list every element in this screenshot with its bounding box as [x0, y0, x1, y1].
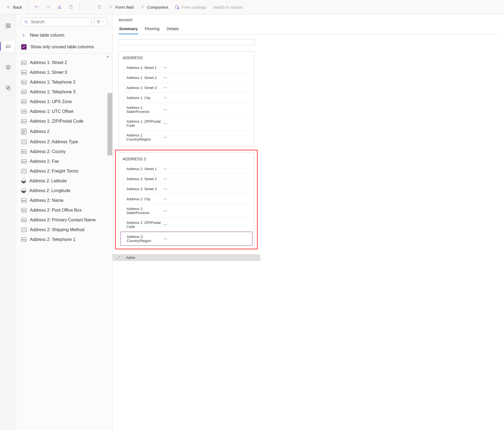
column-item[interactable]: AbcAddress 1: ZIP/Postal Code [16, 116, 112, 126]
column-item[interactable]: Address 2: Address Type [16, 137, 112, 147]
paste-dropdown-button[interactable] [83, 3, 93, 11]
column-item[interactable]: Address 2: Latitude [16, 176, 112, 186]
form-canvas: Account SummaryFlooringDetails ADDRESS A… [113, 14, 504, 430]
column-item[interactable]: Address 2: Freight Terms [16, 166, 112, 176]
toolbar-separator [79, 3, 80, 11]
search-box[interactable] [21, 18, 91, 26]
text-icon: Abc [21, 208, 27, 212]
field-value: --- [163, 107, 167, 112]
paste-button[interactable] [66, 3, 76, 11]
add-component-button[interactable]: Component [137, 3, 171, 11]
scrollbar-thumb[interactable] [107, 93, 112, 155]
rail-tree[interactable] [2, 62, 15, 72]
option-icon [21, 228, 27, 232]
text-icon: Abc [21, 237, 27, 242]
svg-rect-17 [23, 229, 25, 231]
column-item[interactable]: AbcAddress 1: Telephone 3 [16, 87, 112, 97]
globe-icon [21, 179, 26, 183]
form-field-row[interactable]: Address 2: ZIP/Postal Code--- [123, 218, 250, 232]
column-label: Address 1: ZIP/Postal Code [30, 119, 83, 124]
field-label: Address 1: Country/Region [123, 133, 163, 141]
form-field-row[interactable]: Address 1: Street 3--- [123, 83, 250, 93]
form-field-row[interactable]: Address 1: ZIP/Postal Code--- [123, 117, 250, 130]
form-field-row[interactable]: Address 2: State/Province--- [123, 204, 250, 218]
tab-flooring[interactable]: Flooring [144, 25, 160, 34]
column-item[interactable]: AbcAddress 1: Street 3 [16, 68, 112, 77]
column-item[interactable]: AbcAddress 2: Name [16, 196, 112, 205]
svg-point-14 [25, 21, 27, 23]
back-button[interactable]: Back [3, 3, 25, 11]
switch-classic-button[interactable]: Switch to classic [210, 3, 245, 11]
plus-icon [21, 33, 26, 38]
column-item[interactable]: AbcAddress 1: Street 2 [16, 58, 112, 68]
column-label: Address 2: County [30, 149, 66, 154]
form-field-row[interactable]: Address 1: State/Province--- [123, 103, 250, 117]
column-label: Address 2: Address Type [30, 139, 78, 144]
form-settings-label: Form settings [182, 5, 207, 9]
option-icon [21, 140, 27, 144]
form-field-row[interactable]: Address 1: City--- [123, 93, 250, 103]
form-field-row[interactable]: Address 2: Street 2--- [123, 174, 250, 184]
text-icon: Abc [21, 159, 27, 164]
column-item[interactable]: AbcAddress 1: Telephone 2 [16, 77, 112, 87]
expand-icon[interactable] [116, 256, 120, 260]
tab-details[interactable]: Details [166, 25, 180, 34]
undo-button[interactable] [31, 3, 42, 11]
number-icon: 123 [21, 109, 27, 114]
form-field-row[interactable]: Address 2: Street 1--- [123, 164, 250, 174]
rail-library[interactable] [2, 82, 15, 93]
column-item[interactable]: 123Address 1: UTC Offset [16, 107, 112, 116]
rail-columns[interactable]: Abc [2, 41, 15, 52]
filter-icon [96, 20, 101, 24]
option-icon [21, 169, 27, 173]
field-value: --- [163, 65, 167, 70]
column-item[interactable]: Address 2: Longitude [16, 186, 112, 196]
field-value: --- [163, 121, 167, 126]
field-value: --- [164, 237, 167, 241]
column-item[interactable]: AbcAddress 2: County [16, 147, 112, 157]
form-field-label: Form field [115, 5, 134, 9]
filter-button[interactable] [94, 18, 107, 26]
form-field-row[interactable]: Address 2: City--- [123, 194, 250, 204]
redo-button[interactable] [43, 3, 53, 11]
breadcrumb: Account [119, 18, 498, 22]
form-field-row[interactable]: Address 2: Street 3--- [123, 184, 250, 194]
copy-icon [5, 85, 11, 90]
column-item[interactable]: Address 2: Shipping Method [16, 225, 112, 235]
form-settings-button[interactable]: Form settings [172, 3, 209, 11]
column-label: Address 2: Post Office Box [30, 208, 82, 213]
trash-icon [97, 5, 102, 9]
address2-section[interactable]: ADDRESS 2 Address 2: Street 1---Address … [119, 152, 254, 248]
status-bar: Active [113, 254, 260, 261]
delete-button[interactable] [94, 3, 104, 11]
address-section[interactable]: ADDRESS Address 1: Street 1---Address 1:… [119, 51, 254, 146]
column-item[interactable]: AbcAddress 1: UPS Zone [16, 97, 112, 107]
new-column-button[interactable]: New table column [16, 29, 112, 42]
column-item[interactable]: AbcAddress 2: Post Office Box [16, 205, 112, 215]
text-icon: Abc [21, 149, 27, 154]
form-field-row[interactable]: Address 1: Street 2--- [123, 73, 250, 83]
tab-summary[interactable]: Summary [119, 25, 138, 34]
form-field-row[interactable]: Address 1: Country/Region--- [123, 130, 250, 144]
column-list: ▲ AbcAddress 1: Street 2AbcAddress 1: St… [16, 54, 112, 430]
search-input[interactable] [31, 20, 88, 24]
unused-toggle[interactable]: Show only unused table columns [16, 42, 112, 54]
add-form-field-button[interactable]: Form field [106, 3, 136, 11]
unused-label: Show only unused table columns [30, 44, 94, 49]
column-item[interactable]: AbcAddress 2: Fax [16, 157, 112, 166]
scroll-up-arrow[interactable]: ▲ [16, 54, 112, 58]
empty-section[interactable] [119, 39, 254, 45]
field-label: Address 2: Street 1 [123, 167, 163, 171]
column-label: Address 1: Telephone 2 [30, 80, 75, 85]
cut-button[interactable] [54, 3, 65, 11]
form-field-row[interactable]: Address 2: Country/Region--- [121, 232, 252, 246]
svg-point-1 [60, 8, 61, 9]
rail-components[interactable] [2, 20, 15, 31]
column-item[interactable]: AbcAddress 2: Primary Contact Name [16, 215, 112, 225]
column-item[interactable]: AbcdefAddress 2 [16, 126, 112, 137]
column-label: Address 2: Name [30, 198, 64, 203]
column-label: Address 2: Primary Contact Name [30, 218, 96, 222]
form-field-row[interactable]: Address 1: Street 1--- [123, 63, 250, 73]
field-label: Address 1: ZIP/Postal Code [123, 119, 163, 128]
column-item[interactable]: AbcAddress 2: Telephone 1 [16, 235, 112, 244]
